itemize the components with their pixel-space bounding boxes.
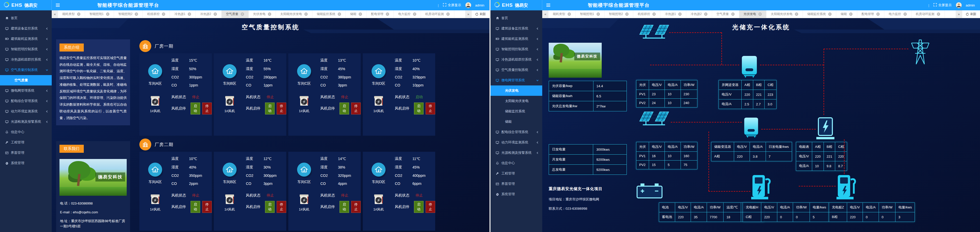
- sidebar-item-工程管理[interactable]: 工程管理: [0, 137, 52, 147]
- sidebar-item-配电综合管理系统[interactable]: 配电综合管理系统: [0, 96, 52, 106]
- tab-close-icon[interactable]: ×: [359, 13, 362, 16]
- tab-电力监控[interactable]: 电力监控×: [394, 10, 421, 18]
- menu-toggle-icon[interactable]: [542, 0, 554, 10]
- sidebar-item-光源检测及报警系统[interactable]: 光源检测及报警系统: [0, 117, 52, 127]
- menu-toggle-icon[interactable]: [52, 0, 64, 10]
- fan-stop-button[interactable]: 停止: [202, 201, 212, 213]
- sidebar-subitem-储能监控系统[interactable]: 储能监控系统: [490, 106, 542, 117]
- tab-冷热源1[interactable]: 冷热源1×: [170, 10, 196, 18]
- sidebar-item-动力环境监测系统[interactable]: 动力环境监测系统: [490, 137, 542, 147]
- tab-close-icon[interactable]: ×: [162, 13, 165, 16]
- tab-太阳能光伏发电[interactable]: 太阳能光伏发电×: [276, 10, 312, 18]
- tab-close-icon[interactable]: ×: [241, 13, 244, 16]
- tab-close-icon[interactable]: ×: [268, 13, 271, 16]
- fan-stop-button[interactable]: 停止: [277, 201, 286, 213]
- tabs-scroll-left-icon[interactable]: «: [542, 10, 549, 18]
- sidebar-item-建筑设备监控系统[interactable]: 建筑设备监控系统: [0, 23, 52, 34]
- tab-机组群控[interactable]: 机组群控×: [143, 10, 170, 18]
- tab-储能监控系统[interactable]: 储能监控系统×: [803, 10, 836, 18]
- tab-close-icon[interactable]: ×: [446, 13, 450, 16]
- username[interactable]: admin: [475, 3, 484, 7]
- sidebar-item-界面管理[interactable]: 界面管理: [0, 147, 52, 158]
- sidebar-item-动力环境监测系统[interactable]: 动力环境监测系统: [0, 106, 52, 117]
- fan-stop-button[interactable]: 停止: [202, 102, 212, 114]
- tab-close-icon[interactable]: ×: [304, 13, 308, 16]
- sidebar-item-微电网管理系统[interactable]: 微电网管理系统: [490, 75, 542, 85]
- tab-电力监控[interactable]: 电力监控×: [885, 10, 912, 18]
- tab-close-icon[interactable]: ×: [849, 13, 853, 16]
- sidebar-item-配电综合管理系统[interactable]: 配电综合管理系统: [490, 127, 542, 137]
- sidebar-item-空气质量控制系统[interactable]: 空气质量控制系统: [0, 65, 52, 75]
- sidebar-item-空气质量控制系统[interactable]: 空气质量控制系统: [490, 65, 542, 75]
- username[interactable]: admin: [966, 3, 975, 7]
- tab-冷热源2[interactable]: 冷热源2×: [196, 10, 221, 18]
- tab-储能[interactable]: 储能×: [836, 10, 857, 18]
- sidebar-item-冷热源机组群控系统[interactable]: 冷热源机组群控系统: [490, 54, 542, 65]
- tab-close-icon[interactable]: ×: [413, 13, 416, 16]
- sidebar-subitem-光伏发电[interactable]: 光伏发电: [490, 85, 542, 96]
- sidebar-item-系统管理[interactable]: 系统管理: [0, 158, 52, 168]
- tab-能耗类型[interactable]: 能耗类型×: [58, 10, 85, 18]
- tab-close-icon[interactable]: ×: [188, 13, 191, 16]
- tab-close-icon[interactable]: ×: [135, 13, 138, 16]
- tab-close-icon[interactable]: ×: [795, 13, 798, 16]
- sidebar-item-光源检测及报警系统[interactable]: 光源检测及报警系统: [490, 147, 542, 158]
- sidebar-item-冷热源机组群控系统[interactable]: 冷热源机组群控系统: [0, 54, 52, 65]
- tab-close-icon[interactable]: ×: [652, 13, 656, 16]
- tab-智能照明1[interactable]: 智能照明1×: [576, 10, 605, 18]
- tab-空气质量[interactable]: 空气质量×: [712, 10, 739, 18]
- tab-机组群控[interactable]: 机组群控×: [633, 10, 660, 18]
- tab-close-icon[interactable]: ×: [213, 13, 217, 16]
- tab-close-icon[interactable]: ×: [106, 13, 110, 16]
- tab-close-icon[interactable]: ×: [678, 13, 682, 16]
- tab-close-icon[interactable]: ×: [937, 13, 940, 16]
- sidebar-item-微电网管理系统[interactable]: 微电网管理系统: [0, 85, 52, 96]
- tab-close-icon[interactable]: ×: [338, 13, 341, 16]
- fan-start-button[interactable]: 启动: [339, 201, 349, 213]
- sidebar-item-首页[interactable]: 首页: [490, 13, 542, 23]
- sidebar-subitem-空气质量[interactable]: 空气质量: [0, 75, 52, 85]
- tab-冷热源2[interactable]: 冷热源2×: [686, 10, 712, 18]
- sidebar-item-建筑设备监控系统[interactable]: 建筑设备监控系统: [490, 23, 542, 34]
- tab-储能[interactable]: 储能×: [346, 10, 367, 18]
- tab-close-icon[interactable]: ×: [597, 13, 600, 16]
- fan-stop-button[interactable]: 停止: [277, 102, 286, 114]
- tab-太阳能光伏发电[interactable]: 太阳能光伏发电×: [767, 10, 803, 18]
- fan-start-button[interactable]: 启动: [191, 201, 200, 213]
- sidebar-subitem-储能[interactable]: 储能: [490, 117, 542, 127]
- tab-close-icon[interactable]: ×: [904, 13, 907, 16]
- tab-光伏发电[interactable]: 光伏发电×: [249, 10, 276, 18]
- sidebar-item-智能照明控制系统[interactable]: 智能照明控制系统: [0, 44, 52, 54]
- tab-close-icon[interactable]: ×: [568, 13, 571, 16]
- sidebar-item-系统管理[interactable]: 系统管理: [490, 189, 542, 199]
- sidebar-item-工程管理[interactable]: 工程管理: [490, 168, 542, 179]
- avatar[interactable]: [956, 2, 962, 8]
- sidebar-item-建筑能耗监测系统[interactable]: 建筑能耗监测系统: [0, 34, 52, 44]
- refresh-button[interactable]: 刷新: [471, 10, 490, 18]
- sidebar-item-信息中心[interactable]: 信息中心: [490, 158, 542, 168]
- tab-配电管理[interactable]: 配电管理×: [367, 10, 394, 18]
- tab-close-icon[interactable]: ×: [386, 13, 389, 16]
- tab-能耗类型[interactable]: 能耗类型×: [549, 10, 576, 18]
- tab-close-icon[interactable]: ×: [704, 13, 708, 16]
- tab-close-icon[interactable]: ×: [625, 13, 628, 16]
- refresh-button[interactable]: 刷新: [962, 10, 980, 18]
- fullscreen-button[interactable]: 全屏显示: [934, 3, 952, 8]
- fan-start-button[interactable]: 启动: [265, 102, 275, 114]
- tab-智能照明2[interactable]: 智能照明2×: [114, 10, 143, 18]
- tab-冷热源1[interactable]: 冷热源1×: [660, 10, 686, 18]
- fan-start-button[interactable]: 启动: [191, 102, 200, 114]
- tab-close-icon[interactable]: ×: [77, 13, 80, 16]
- tab-配电管理[interactable]: 配电管理×: [857, 10, 885, 18]
- fan-stop-button[interactable]: 停止: [426, 102, 435, 114]
- tab-智能照明2[interactable]: 智能照明2×: [605, 10, 633, 18]
- tab-close-icon[interactable]: ×: [828, 13, 832, 16]
- tab-close-icon[interactable]: ×: [731, 13, 735, 16]
- fan-start-button[interactable]: 启动: [265, 201, 275, 213]
- fan-start-button[interactable]: 启动: [339, 102, 349, 114]
- fan-start-button[interactable]: 启动: [414, 201, 423, 213]
- tabs-scroll-right-icon[interactable]: »: [956, 10, 962, 18]
- tab-智能照明1[interactable]: 智能照明1×: [85, 10, 114, 18]
- sidebar-item-建筑能耗监测系统[interactable]: 建筑能耗监测系统: [490, 34, 542, 44]
- tab-机房动环监测[interactable]: 机房动环监测×: [421, 10, 454, 18]
